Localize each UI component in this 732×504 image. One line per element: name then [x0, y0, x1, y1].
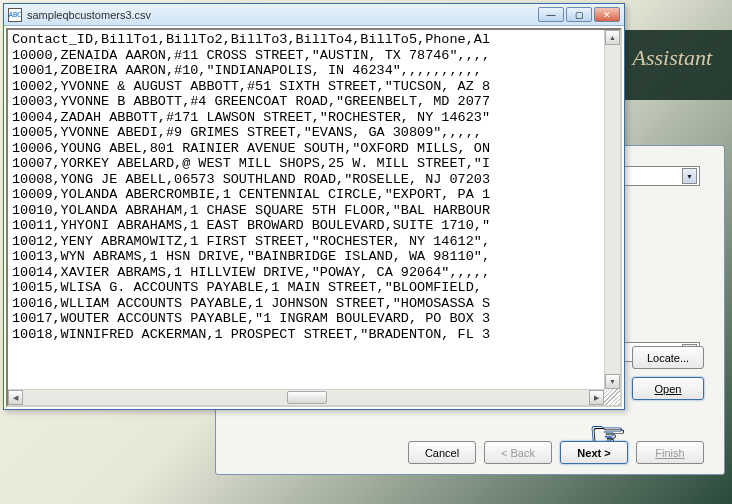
next-button[interactable]: Next >	[560, 441, 628, 464]
minimize-button[interactable]: —	[538, 7, 564, 22]
open-button[interactable]: Open	[632, 377, 704, 400]
side-buttons: Locate... Open	[632, 346, 704, 400]
scroll-down-icon[interactable]: ▼	[605, 374, 620, 389]
window-buttons: — ▢ ✕	[538, 7, 620, 22]
file-client-area: Contact_ID,BillTo1,BillTo2,BillTo3,BillT…	[6, 28, 622, 407]
file-icon: ABC	[8, 8, 22, 22]
window-title: sampleqbcustomers3.csv	[27, 9, 538, 21]
maximize-button[interactable]: ▢	[566, 7, 592, 22]
scroll-thumb[interactable]	[287, 391, 327, 404]
back-button: < Back	[484, 441, 552, 464]
locate-button[interactable]: Locate...	[632, 346, 704, 369]
scrollbar-vertical[interactable]: ▲ ▼	[604, 30, 620, 389]
finish-button: Finish	[636, 441, 704, 464]
file-viewer-window: ABC sampleqbcustomers3.csv — ▢ ✕ Contact…	[3, 3, 625, 410]
wizard-footer: Cancel < Back Next > Finish	[216, 441, 724, 464]
scroll-left-icon[interactable]: ◀	[8, 390, 23, 405]
file-text[interactable]: Contact_ID,BillTo1,BillTo2,BillTo3,BillT…	[8, 30, 604, 389]
cancel-button[interactable]: Cancel	[408, 441, 476, 464]
scrollbar-horizontal[interactable]: ◀ ▶	[8, 389, 604, 405]
scroll-up-icon[interactable]: ▲	[605, 30, 620, 45]
close-button[interactable]: ✕	[594, 7, 620, 22]
chevron-down-icon: ▼	[682, 168, 697, 184]
resize-grip[interactable]	[604, 389, 620, 405]
scroll-right-icon[interactable]: ▶	[589, 390, 604, 405]
titlebar[interactable]: ABC sampleqbcustomers3.csv — ▢ ✕	[4, 4, 624, 26]
bg-script-text: Assistant	[633, 45, 712, 71]
